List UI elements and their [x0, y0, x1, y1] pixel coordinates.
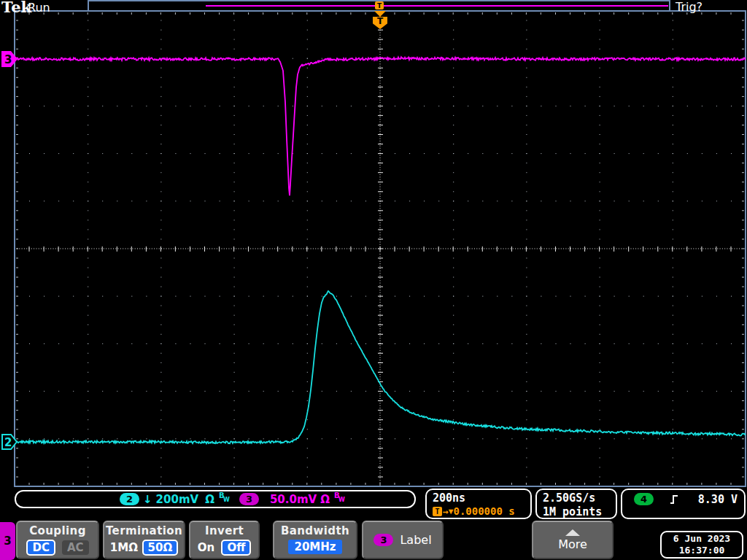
sample-rate: 2.50GS/s — [543, 491, 616, 505]
rising-edge-icon — [668, 494, 680, 505]
record-trigger-icon: T — [375, 1, 384, 9]
ch2-scale: 200mV — [156, 493, 199, 506]
ch2-impedance-icon: Ω — [205, 493, 214, 506]
coupling-button[interactable]: Coupling DC AC — [16, 521, 99, 559]
delay-marker-icon: ▼ — [449, 507, 454, 516]
termination-1m-option[interactable]: 1MΩ — [110, 541, 138, 554]
record-view-bar: T — [88, 0, 670, 12]
trigger-status-label: Trig? — [676, 0, 703, 14]
coupling-ac-option[interactable]: AC — [62, 540, 89, 555]
trigger-source-badge: 4 — [634, 493, 654, 505]
arrow-icon: → — [443, 506, 449, 517]
channel3-menu-tab: 3 — [0, 522, 15, 560]
bandwidth-button[interactable]: Bandwidth 20MHz — [273, 521, 357, 559]
up-triangle-icon — [565, 529, 580, 536]
termination-50-option[interactable]: 50Ω — [142, 540, 179, 556]
bandwidth-value[interactable]: 20MHz — [288, 540, 341, 554]
scope-display: 3 2 — [0, 0, 747, 560]
time: 16:37:00 — [662, 545, 742, 556]
ch3-scale: 50.0mV — [270, 493, 317, 506]
ch3-impedance-icon: Ω — [320, 493, 330, 506]
ch2-badge: 2 — [120, 493, 139, 505]
datetime-display: 6 Jun 2023 16:37:00 — [660, 531, 743, 559]
trigger-position-arrow-icon — [374, 11, 386, 17]
ch3-bandwidth-limit-icon: BW — [333, 493, 344, 505]
horizontal-readout-box: 200ns T → ▼ 0.000000 s — [425, 489, 532, 519]
record-view-trace — [206, 5, 668, 7]
invert-off-option[interactable]: Off — [221, 540, 251, 556]
record-length: 1M points — [543, 505, 616, 519]
trigger-delay: 0.000000 s — [453, 505, 514, 517]
trigger-readout-box: 4 8.30 V — [621, 489, 746, 519]
graticule-grid — [16, 12, 745, 486]
ch2-bandwidth-limit-icon: BW — [218, 493, 228, 505]
label-button[interactable]: 3 Label — [362, 521, 444, 559]
termination-button[interactable]: Termination 1MΩ 50Ω — [103, 521, 185, 559]
acquisition-status: Run — [28, 1, 50, 15]
trigger-t-icon: T — [433, 507, 442, 516]
invert-button[interactable]: Invert On Off — [189, 521, 260, 559]
ch2-invert-icon: ↓ — [143, 493, 152, 506]
invert-on-option[interactable]: On — [198, 541, 214, 554]
ch3-badge: 3 — [239, 493, 259, 505]
tek-logo: Tek — [1, 0, 31, 16]
svg-text:3: 3 — [4, 53, 12, 66]
trigger-level: 8.30 V — [698, 493, 738, 506]
svg-text:2: 2 — [4, 436, 12, 449]
more-button[interactable]: More — [532, 521, 614, 559]
coupling-dc-option[interactable]: DC — [26, 540, 55, 556]
date: 6 Jun 2023 — [662, 533, 742, 545]
label-ch3-badge: 3 — [374, 534, 393, 546]
channel-readout-box: 2 ↓ 200mV Ω BW 3 50.0mV Ω BW — [15, 490, 416, 508]
timebase-scale: 200ns — [433, 491, 530, 505]
acquisition-readout-box: 2.50GS/s 1M points — [535, 489, 617, 519]
